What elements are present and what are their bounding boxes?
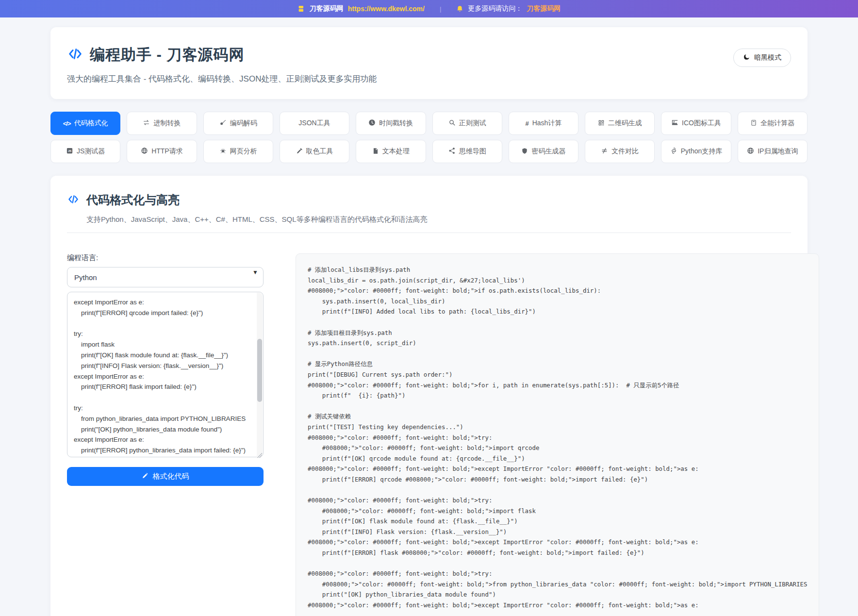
tool-tab-json-tools[interactable]: JSON工具 [280,112,349,135]
section-subtitle: 支持Python、JavaScript、Java、C++、C#、HTML、CSS… [67,215,791,233]
dark-mode-toggle-button[interactable]: 暗黑模式 [733,49,791,67]
language-selected-value: Python [74,273,97,282]
tool-tab-label: 时间戳转换 [379,119,413,128]
tool-tab-label: 思维导图 [459,147,486,156]
chevron-down-icon: ▼ [252,269,258,276]
tool-tab-label: 网页分析 [230,147,257,156]
topbar-site-url-link[interactable]: https://www.dkewl.com/ [348,5,425,13]
tool-tab-label: 文本处理 [382,147,410,156]
hash-icon: # [525,120,528,127]
tool-tab-qrcode-gen[interactable]: 二维码生成 [585,112,655,135]
format-code-button[interactable]: 格式化代码 [67,467,264,486]
topbar-site-name: 刀客源码网 [310,4,344,13]
tool-tab-ip-lookup[interactable]: IP归属地查询 [738,140,808,163]
tool-tab-label: JSON工具 [298,119,330,128]
tool-tab-file-diff[interactable]: 文件对比 [585,140,655,163]
svg-text:JS: JS [68,150,71,152]
language-select[interactable]: Python ▼ [67,267,264,287]
tool-tab-label: 密码生成器 [531,147,565,156]
formatted-output-panel: # 添加local_libs目录到sys.path local_libs_dir… [296,253,819,616]
tool-tab-label: ICO图标工具 [682,119,721,128]
tool-tab-label: 全能计算器 [760,119,794,128]
textarea-scrollbar[interactable] [257,293,263,458]
page-title: 编程助手 - 刀客源码网 [90,45,245,65]
search-icon [448,119,456,128]
tool-tab-encode-decode[interactable]: 编码解码 [203,112,273,135]
formatted-code: # 添加local_libs目录到sys.path local_libs_dir… [308,265,807,611]
python-icon [670,147,677,156]
js-icon: JS [66,147,73,156]
key-icon [219,119,227,128]
tool-tab-code-format[interactable]: </> 代码格式化 [50,112,120,135]
tool-tab-base-convert[interactable]: 进制转换 [127,112,197,135]
globe2-icon [747,147,754,156]
language-label: 编程语言: [67,253,264,263]
moon-icon [743,53,750,62]
tool-tab-password-gen[interactable]: 密码生成器 [509,140,578,163]
qrcode-icon [598,119,605,128]
code-input-wrap: except ImportError as e: print(f"[ERROR]… [67,292,264,459]
calculator-icon [750,119,757,128]
tool-tab-label: IP归属地查询 [758,147,798,156]
image-icon [671,119,678,128]
code-brackets-icon [67,47,83,63]
page-subtitle: 强大的编程工具集合 - 代码格式化、编码转换、JSON处理、正则测试及更多实用功… [67,73,377,84]
tool-tab-js-tester[interactable]: JS JS测试器 [50,140,120,163]
topbar-more-site-link[interactable]: 刀客源码网 [527,4,561,13]
tool-tab-mindmap[interactable]: 思维导图 [432,140,502,163]
tool-tab-label: Hash计算 [532,119,562,128]
tool-tab-ico-tools[interactable]: ICO图标工具 [661,112,731,135]
clock-icon [368,119,376,128]
tool-tab-hash-calc[interactable]: # Hash计算 [509,112,578,135]
tool-tab-label: 编码解码 [230,119,257,128]
tool-tab-timestamp[interactable]: 时间戳转换 [356,112,426,135]
tool-tab-web-analyze[interactable]: 网页分析 [203,140,273,163]
tool-tab-label: 取色工具 [306,147,333,156]
tool-tab-label: 代码格式化 [74,119,108,128]
code-input-textarea[interactable]: except ImportError as e: print(f"[ERROR]… [67,292,264,457]
tool-tabs-grid: </> 代码格式化 进制转换 编码解码 JSON工具 时间戳转换 正则测试 # … [50,112,808,163]
code-brackets-icon [67,194,80,207]
tool-tab-text-process[interactable]: 文本处理 [356,140,426,163]
top-announcement-bar: 刀客源码网 https://www.dkewl.com/ | 更多源码请访问： … [0,0,858,17]
spider-icon [219,147,227,156]
tool-tab-regex-test[interactable]: 正则测试 [432,112,502,135]
pages-icon [297,5,305,13]
tool-tab-python-libs[interactable]: Python支持库 [661,140,731,163]
dark-mode-label: 暗黑模式 [754,53,781,62]
tool-tab-label: HTTP请求 [151,147,183,156]
tool-tab-label: 正则测试 [459,119,486,128]
file-icon [372,148,379,156]
not-equal-icon [601,147,608,156]
page-header: 编程助手 - 刀客源码网 强大的编程工具集合 - 代码格式化、编码转换、JSON… [50,27,808,99]
bell-icon [456,5,463,13]
mindmap-icon [448,147,456,156]
textarea-scrollbar-thumb[interactable] [257,339,262,402]
pencil-icon [142,472,148,481]
globe-icon [141,147,148,156]
shield-icon [521,148,528,156]
tool-tab-calculator[interactable]: 全能计算器 [738,112,808,135]
tool-tab-color-picker[interactable]: 取色工具 [280,140,349,163]
swap-icon [143,119,150,128]
textarea-resize-grip[interactable] [257,453,262,458]
topbar-separator: | [440,5,441,13]
tool-tab-label: 进制转换 [153,119,181,128]
code-icon: </> [63,120,71,127]
topbar-more-text: 更多源码请访问： [468,4,522,13]
tool-tab-http-request[interactable]: HTTP请求 [127,140,197,163]
format-code-label: 格式化代码 [153,472,189,481]
tool-tab-label: JS测试器 [77,147,105,156]
section-title: 代码格式化与高亮 [86,192,180,208]
tool-tab-label: 二维码生成 [608,119,642,128]
tool-tab-label: Python支持库 [681,147,723,156]
tool-tab-label: 文件对比 [611,147,639,156]
eyedropper-icon [296,148,303,156]
code-formatter-panel: 代码格式化与高亮 支持Python、JavaScript、Java、C++、C#… [50,176,808,616]
